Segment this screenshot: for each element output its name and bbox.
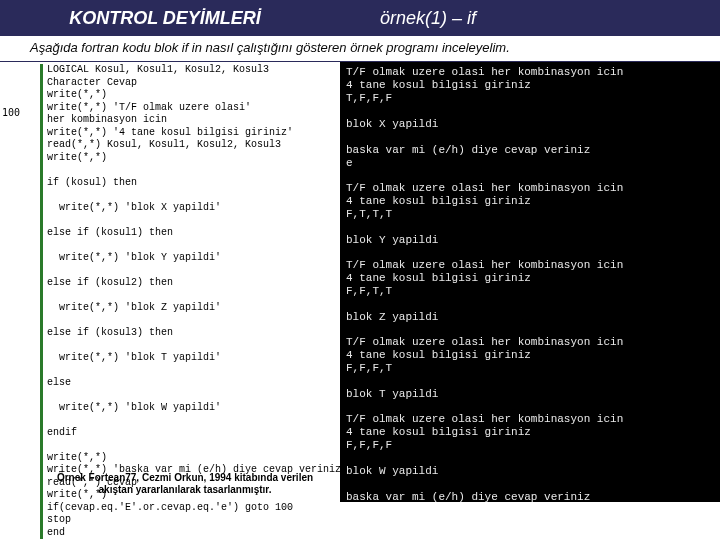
slide-content: 100 LOGICAL Kosul, Kosul1, Kosul2, Kosul…	[0, 62, 720, 502]
terminal-output-2: T/F olmak uzere olasi her kombinasyon ic…	[346, 182, 714, 247]
code-column: 100 LOGICAL Kosul, Kosul1, Kosul2, Kosul…	[0, 62, 340, 502]
terminal-output-5: T/F olmak uzere olasi her kombinasyon ic…	[346, 413, 714, 504]
terminal-column: T/F olmak uzere olasi her kombinasyon ic…	[340, 62, 720, 502]
slide-header: KONTROL DEYİMLERİ örnek(1) – if	[0, 0, 720, 36]
footnote-text: Örnek Fortean77, Cezmi Orkun, 1994 kitab…	[40, 472, 330, 496]
slide-title: KONTROL DEYİMLERİ	[10, 8, 320, 29]
terminal-output-4: T/F olmak uzere olasi her kombinasyon ic…	[346, 336, 714, 401]
slide-subtitle: örnek(1) – if	[320, 8, 476, 29]
fortran-code: LOGICAL Kosul, Kosul1, Kosul2, Kosul3 Ch…	[40, 64, 340, 539]
line-number-label: 100	[2, 107, 20, 118]
slide-description: Aşağıda fortran kodu blok if in nasıl ça…	[0, 36, 720, 62]
terminal-output-3: T/F olmak uzere olasi her kombinasyon ic…	[346, 259, 714, 324]
terminal-output-1: T/F olmak uzere olasi her kombinasyon ic…	[346, 66, 714, 170]
